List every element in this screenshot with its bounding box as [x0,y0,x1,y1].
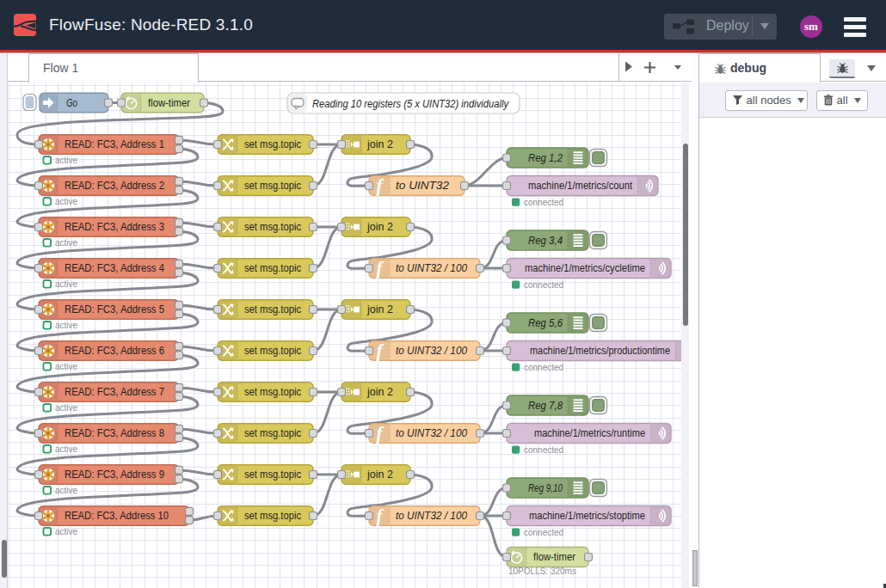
svg-text:connected: connected [524,280,563,290]
svg-text:active: active [55,279,78,289]
svg-text:active: active [55,197,78,206]
svg-text:READ: FC3, Address 9: READ: FC3, Address 9 [65,469,164,481]
svg-text:10POLLS: 320ms: 10POLLS: 320ms [508,567,576,576]
svg-text:Reading 10 registers (5 x UINT: Reading 10 registers (5 x UINT32) indivi… [312,98,509,110]
svg-text:READ: FC3, Address 6: READ: FC3, Address 6 [65,345,164,357]
svg-text:active: active [55,403,78,413]
svg-text:Reg 1,2: Reg 1,2 [528,152,563,164]
svg-text:to UINT32 / 100: to UINT32 / 100 [396,427,467,439]
svg-text:flow-timer: flow-timer [533,551,575,563]
svg-text:active: active [55,156,78,165]
svg-text:machine/1/metrics/runtime: machine/1/metrics/runtime [534,427,645,439]
svg-text:set msg.topic: set msg.topic [244,262,301,274]
svg-text:machine/1/metrics/productionti: machine/1/metrics/productiontime [530,345,670,357]
svg-text:to UINT32: to UINT32 [396,180,449,192]
svg-text:set msg.topic: set msg.topic [244,386,301,398]
svg-text:READ: FC3, Address 8: READ: FC3, Address 8 [65,427,164,439]
svg-text:READ: FC3, Address 7: READ: FC3, Address 7 [65,386,164,398]
svg-text:set msg.topic: set msg.topic [244,303,301,315]
svg-text:set msg.topic: set msg.topic [244,138,301,150]
svg-text:join 2: join 2 [366,469,393,481]
svg-text:Reg 9,10: Reg 9,10 [528,482,563,494]
svg-text:join 2: join 2 [366,303,393,315]
svg-text:READ: FC3, Address 5: READ: FC3, Address 5 [65,303,164,315]
svg-text:set msg.topic: set msg.topic [244,427,301,439]
svg-text:set msg.topic: set msg.topic [244,510,301,522]
svg-text:connected: connected [524,445,563,455]
svg-text:connected: connected [524,528,563,537]
svg-text:READ: FC3, Address 3: READ: FC3, Address 3 [65,221,164,233]
svg-text:machine/1/metrics/cycletime: machine/1/metrics/cycletime [525,262,645,274]
svg-text:active: active [55,238,78,248]
svg-text:join 2: join 2 [366,386,393,398]
svg-text:connected: connected [524,198,563,207]
svg-text:Reg 3,4: Reg 3,4 [528,235,563,247]
svg-text:to UINT32 / 100: to UINT32 / 100 [396,262,467,274]
svg-text:READ: FC3, Address 2: READ: FC3, Address 2 [65,180,164,192]
svg-text:join 2: join 2 [366,138,393,150]
svg-text:active: active [55,486,78,495]
svg-text:active: active [55,527,78,536]
svg-text:Go: Go [66,97,77,109]
svg-text:READ: FC3, Address 1: READ: FC3, Address 1 [65,138,164,150]
svg-text:machine/1/metrics/count: machine/1/metrics/count [528,180,632,192]
svg-text:READ: FC3, Address 10: READ: FC3, Address 10 [65,510,169,522]
svg-text:flow-timer: flow-timer [148,97,190,109]
svg-text:Reg 5,6: Reg 5,6 [528,317,563,329]
svg-text:READ: FC3, Address 4: READ: FC3, Address 4 [65,262,164,274]
svg-text:machine/1/metrics/stoptime: machine/1/metrics/stoptime [529,510,645,522]
svg-text:set msg.topic: set msg.topic [244,345,301,357]
svg-text:connected: connected [524,363,563,372]
svg-text:set msg.topic: set msg.topic [244,180,301,192]
svg-text:set msg.topic: set msg.topic [244,469,301,481]
svg-text:active: active [55,444,78,454]
svg-text:Reg 7,8: Reg 7,8 [528,400,563,412]
svg-text:active: active [55,362,78,371]
svg-text:to UINT32 / 100: to UINT32 / 100 [396,345,467,357]
svg-text:set msg.topic: set msg.topic [244,221,301,233]
svg-text:to UINT32 / 100: to UINT32 / 100 [396,510,467,522]
svg-text:join 2: join 2 [366,221,393,233]
svg-text:active: active [55,321,78,330]
